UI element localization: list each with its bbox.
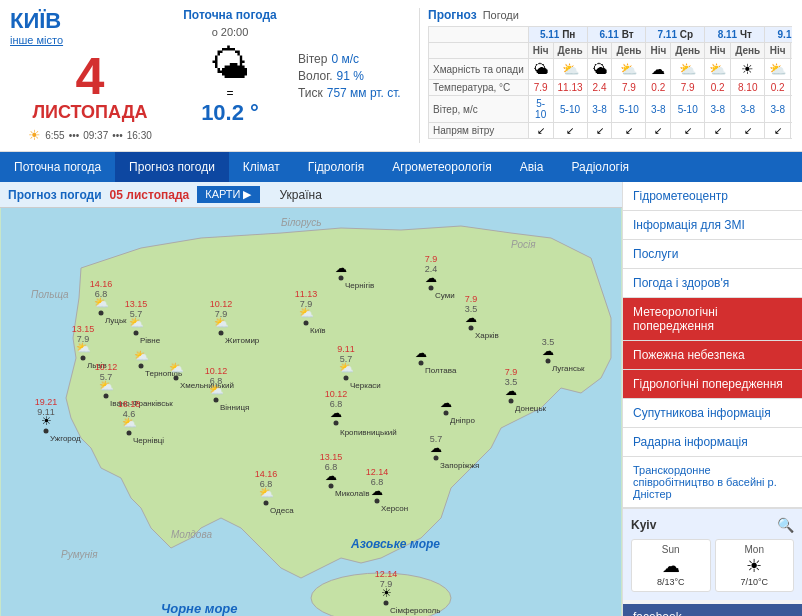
svg-text:Кропивницький: Кропивницький xyxy=(340,428,397,437)
pressure-label: Тиск xyxy=(298,86,323,100)
svg-point-109 xyxy=(264,501,269,506)
nav-current-weather[interactable]: Поточна погода xyxy=(0,152,115,182)
sidebar-hydro-warning[interactable]: Гідрологічні попередження xyxy=(623,370,802,399)
nav-avia[interactable]: Авіа xyxy=(506,152,558,182)
map-forecast-label: Прогноз погоди xyxy=(8,188,102,202)
svg-text:Київ: Київ xyxy=(310,326,326,335)
sidebar-media[interactable]: Інформація для ЗМІ xyxy=(623,211,802,240)
pressure-value: 757 мм рт. ст. xyxy=(327,86,401,100)
temp-label: Температура, °С xyxy=(429,80,529,96)
svg-point-50 xyxy=(344,376,349,381)
svg-text:⛅: ⛅ xyxy=(76,340,91,355)
dir-2d: ↙ xyxy=(612,123,646,139)
svg-text:Суми: Суми xyxy=(435,291,455,300)
sidebar-satellite[interactable]: Супутникова інформація xyxy=(623,399,802,428)
sidebar-radar[interactable]: Радарна інформація xyxy=(623,428,802,457)
wind-1n: 5-10 xyxy=(528,96,553,123)
sidebar-health[interactable]: Погода і здоров'я xyxy=(623,269,802,298)
svg-text:Черкаси: Черкаси xyxy=(350,381,381,390)
city-block: КИЇВ інше місто 4 ЛИСТОПАДА ☀ 6:55 ••• 0… xyxy=(10,8,170,143)
wind-3n: 3-8 xyxy=(646,96,671,123)
svg-text:10.12: 10.12 xyxy=(210,299,233,309)
svg-text:Миколаїв: Миколаїв xyxy=(335,489,370,498)
svg-text:⛅: ⛅ xyxy=(129,315,144,330)
nav-climate[interactable]: Клімат xyxy=(229,152,294,182)
svg-point-81 xyxy=(444,411,449,416)
map-date-label: 05 листопада xyxy=(110,188,190,202)
cloud-icon-2d: ⛅ xyxy=(612,59,646,80)
dir-5d: ↙ xyxy=(791,123,792,139)
sub-night-2: Ніч xyxy=(587,43,612,59)
dir-5n: ↙ xyxy=(765,123,791,139)
svg-text:⛅: ⛅ xyxy=(299,305,314,320)
wind-4n: 3-8 xyxy=(705,96,731,123)
city-name: КИЇВ xyxy=(10,8,170,34)
country-romania: Румунія xyxy=(61,549,98,560)
dot-separator: ••• xyxy=(69,130,80,141)
facebook-section[interactable]: facebook xyxy=(623,604,802,616)
temp-2n: 2.4 xyxy=(587,80,612,96)
cloud-label: Хмарність та опади xyxy=(429,59,529,80)
svg-text:10.12: 10.12 xyxy=(205,366,228,376)
svg-point-45 xyxy=(419,361,424,366)
sunset-time: 16:30 xyxy=(127,130,152,141)
temp-5d: 7.9 xyxy=(791,80,792,96)
date-number: 4 xyxy=(76,50,105,102)
nav-radio[interactable]: Радіологія xyxy=(557,152,643,182)
main-content: Прогноз погоди 05 листопада КАРТИ ▶ Укра… xyxy=(0,182,802,616)
equals-sign: = xyxy=(226,86,233,100)
wind-4d: 3-8 xyxy=(731,96,765,123)
svg-point-73 xyxy=(44,429,49,434)
temp-4n: 0.2 xyxy=(705,80,731,96)
svg-point-99 xyxy=(329,484,334,489)
cloud-icon-3n: ☁ xyxy=(646,59,671,80)
city-sub-link[interactable]: інше місто xyxy=(10,34,170,46)
cards-button[interactable]: КАРТИ ▶ xyxy=(197,186,259,203)
svg-point-94 xyxy=(434,456,439,461)
sun-times: ☀ 6:55 ••• 09:37 ••• 16:30 xyxy=(28,127,152,143)
nav-agro[interactable]: Агрометеорологія xyxy=(378,152,505,182)
svg-point-6 xyxy=(99,311,104,316)
date-block: 4 ЛИСТОПАДА ☀ 6:55 ••• 09:37 ••• 16:30 xyxy=(10,50,170,143)
svg-point-32 xyxy=(339,276,344,281)
forecast-section: Прогноз Погоди 5.11 Пн 6.11 Вт 7.11 Ср 8… xyxy=(420,8,792,143)
svg-point-78 xyxy=(334,421,339,426)
svg-text:⛅: ⛅ xyxy=(214,315,229,330)
sub-day-1: День xyxy=(553,43,587,59)
forecast-day-1: 5.11 Пн xyxy=(528,27,587,43)
cloud-icon-5d: ☀ xyxy=(791,59,792,80)
svg-text:Луцьк: Луцьк xyxy=(105,316,127,325)
sidebar-cross-border[interactable]: Транскордонне співробітництво в басейні … xyxy=(623,457,802,508)
main-navbar: Поточна погода Прогноз погоди Клімат Гід… xyxy=(0,152,802,182)
azov-sea-label: Азовське море xyxy=(350,537,440,551)
svg-text:⛅: ⛅ xyxy=(209,382,224,397)
sidebar-services[interactable]: Послуги xyxy=(623,240,802,269)
svg-text:Херсон: Херсон xyxy=(381,504,408,513)
svg-text:☁: ☁ xyxy=(542,344,554,358)
svg-text:16.18: 16.18 xyxy=(118,399,141,409)
svg-text:☁: ☁ xyxy=(465,311,477,325)
svg-text:Чернігів: Чернігів xyxy=(345,281,374,290)
svg-text:Ужгород: Ужгород xyxy=(50,434,81,443)
sidebar-fire[interactable]: Пожежна небезпека xyxy=(623,341,802,370)
wind-2d: 5-10 xyxy=(612,96,646,123)
sunrise-icon: ☀ xyxy=(28,127,41,143)
svg-text:Чернівці: Чернівці xyxy=(133,436,164,445)
nav-hydrology[interactable]: Гідрологія xyxy=(294,152,379,182)
svg-point-53 xyxy=(174,376,179,381)
svg-text:⛅: ⛅ xyxy=(169,360,184,375)
sub-day-3: День xyxy=(671,43,705,59)
wind-5n: 3-8 xyxy=(765,96,791,123)
sidebar-hydro[interactable]: Гідрометеоцентр xyxy=(623,182,802,211)
sidebar-search-icon[interactable]: 🔍 xyxy=(777,517,794,533)
svg-point-104 xyxy=(375,499,380,504)
direction-row: Напрям вітру ↙ ↙ ↙ ↙ ↙ ↙ ↙ ↙ ↙ ↙ xyxy=(429,123,793,139)
wind-label: Вітер xyxy=(298,52,327,66)
sidebar-meteo-warning[interactable]: Метеорологічні попередження xyxy=(623,298,802,341)
black-sea-label: Чорне море xyxy=(161,601,238,616)
sidebar-day-card-sun: Sun ☁ 8/13°C xyxy=(631,539,711,592)
sub-night-5: Ніч xyxy=(765,43,791,59)
dir-3d: ↙ xyxy=(671,123,705,139)
country-belarus: Білорусь xyxy=(281,217,321,228)
nav-forecast[interactable]: Прогноз погоди xyxy=(115,152,229,182)
